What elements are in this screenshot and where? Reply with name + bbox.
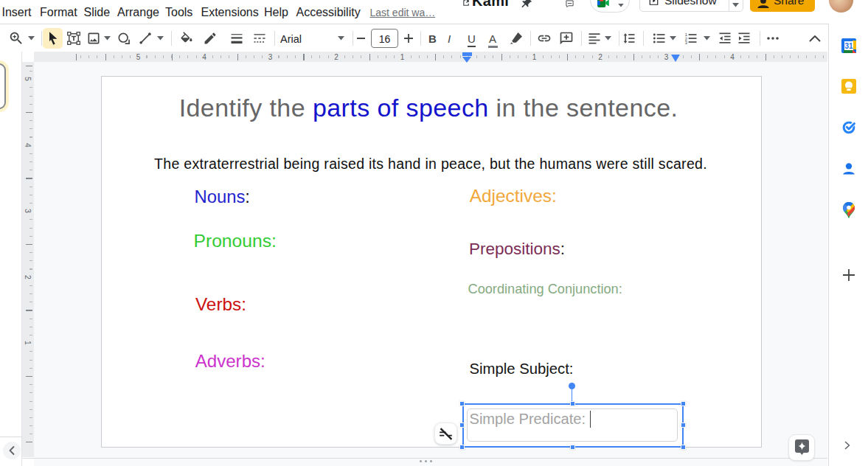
svg-text:3: 3 xyxy=(685,41,687,45)
svg-text:31: 31 xyxy=(844,42,853,50)
